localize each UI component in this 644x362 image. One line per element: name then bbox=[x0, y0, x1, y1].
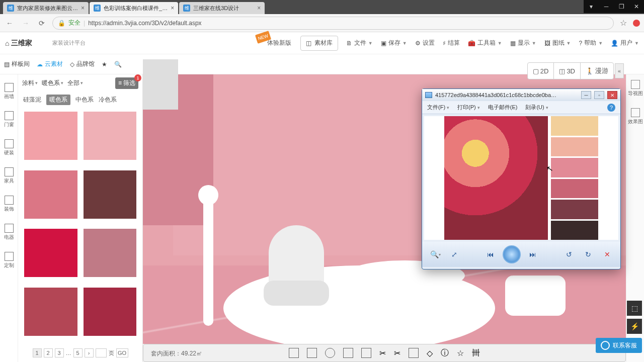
maximize-icon[interactable]: ❐ bbox=[614, 0, 629, 13]
pv-burn-menu[interactable]: 刻录(U)▾ bbox=[525, 104, 548, 111]
material-library-button[interactable]: ◫素材库 bbox=[300, 36, 338, 51]
tool-icon[interactable] bbox=[325, 348, 335, 358]
tool-icon[interactable] bbox=[307, 348, 317, 358]
url-input[interactable]: 🔒 安全 | https://admin.3vjia.com/3D/v2/def… bbox=[52, 17, 614, 30]
sift-button[interactable]: ≡筛选1 bbox=[115, 77, 138, 89]
browser-tab[interactable]: 维室内家居装修效果图云…× bbox=[3, 2, 89, 14]
minimize-tray-icon[interactable]: ▾ bbox=[584, 0, 599, 13]
color-swatch[interactable] bbox=[84, 288, 137, 336]
save-menu[interactable]: ▣保存▼ bbox=[381, 39, 407, 47]
contact-support-button[interactable]: 联系客服 bbox=[596, 338, 642, 353]
tool-icon[interactable] bbox=[343, 348, 353, 358]
browser-tab[interactable]: 维三维家在线3D设计× bbox=[179, 2, 265, 14]
page-button[interactable]: 3 bbox=[55, 348, 64, 357]
render-button[interactable]: 效果图 bbox=[626, 103, 644, 131]
close-icon[interactable]: × bbox=[171, 5, 174, 12]
nav-view-button[interactable]: 导视图 bbox=[626, 74, 644, 103]
tool-icon[interactable] bbox=[361, 348, 371, 358]
rail-door-window[interactable]: 门窗 bbox=[0, 106, 18, 134]
page-button[interactable]: 5 bbox=[73, 348, 83, 357]
close-window-icon[interactable]: ✕ bbox=[629, 0, 644, 13]
zoom-icon[interactable]: 🔍▾ bbox=[428, 247, 442, 261]
cut2-icon[interactable]: ✂ bbox=[394, 348, 400, 358]
ruler-icon[interactable]: 卌 bbox=[472, 348, 480, 358]
tool-icon[interactable] bbox=[289, 348, 299, 358]
browser-tab[interactable]: 维色彩训练案例白模课件_…× bbox=[90, 2, 178, 14]
user-menu[interactable]: 👤用户▼ bbox=[611, 39, 639, 47]
view-2d-button[interactable]: ▢2D bbox=[528, 63, 554, 79]
close-icon[interactable]: × bbox=[81, 5, 85, 12]
color-swatch[interactable] bbox=[24, 170, 77, 219]
view-cube-button[interactable]: ⬚ bbox=[627, 301, 642, 316]
eraser-icon[interactable]: ◇ bbox=[427, 348, 433, 358]
rotate-ccw-icon[interactable]: ↺ bbox=[562, 247, 576, 261]
minimize-icon[interactable]: ─ bbox=[599, 0, 614, 13]
pv-email-menu[interactable]: 电子邮件(E) bbox=[488, 104, 518, 111]
brand-hall-button[interactable]: ◇品牌馆 bbox=[70, 60, 95, 68]
rotate-cw-icon[interactable]: ↻ bbox=[581, 247, 595, 261]
pv-maximize-button[interactable]: ▫ bbox=[594, 91, 604, 99]
reload-icon[interactable]: ⟳ bbox=[36, 18, 47, 29]
color-swatch[interactable] bbox=[24, 288, 77, 336]
color-swatch[interactable] bbox=[84, 229, 137, 277]
color-filter[interactable]: 暖色系▾ bbox=[42, 79, 63, 87]
close-icon[interactable]: × bbox=[257, 5, 261, 12]
delete-icon[interactable]: ✕ bbox=[600, 247, 614, 261]
color-swatch[interactable] bbox=[24, 229, 77, 277]
tools-menu[interactable]: 🧰工具箱▼ bbox=[468, 39, 502, 47]
sample-room-button[interactable]: ▤样板间 bbox=[4, 60, 30, 68]
prev-icon[interactable]: ⏮ bbox=[484, 247, 498, 261]
file-menu[interactable]: 🗎文件▼ bbox=[346, 39, 373, 47]
rail-electronics[interactable]: 电器 bbox=[0, 218, 18, 246]
collapse-right-button[interactable]: « bbox=[615, 63, 624, 78]
help-menu[interactable]: ?帮助▼ bbox=[579, 39, 603, 47]
photo-viewer-window[interactable]: 415772ed9a4388441a3d061c1c68c1bbcde0ba… … bbox=[422, 88, 621, 269]
pv-file-menu[interactable]: 文件(F)▾ bbox=[427, 104, 449, 111]
pv-close-button[interactable]: ✕ bbox=[607, 91, 617, 99]
forward-icon[interactable]: → bbox=[20, 18, 31, 29]
page-button[interactable]: 1 bbox=[33, 348, 42, 357]
info-icon[interactable]: ⓘ bbox=[441, 348, 449, 358]
cat-mid[interactable]: 中色系 bbox=[75, 96, 94, 104]
cut-icon[interactable]: ✂ bbox=[379, 348, 386, 358]
page-next[interactable]: › bbox=[85, 348, 94, 357]
display-menu[interactable]: ▦显示▼ bbox=[510, 39, 536, 47]
view-roam-button[interactable]: 🚶漫游 bbox=[581, 63, 613, 79]
cloud-material-button[interactable]: ☁云素材 bbox=[37, 60, 63, 68]
extension-icon[interactable] bbox=[633, 20, 640, 27]
drawings-menu[interactable]: 🖼图纸▼ bbox=[544, 39, 571, 47]
next-icon[interactable]: ⏭ bbox=[526, 247, 540, 261]
pv-help-icon[interactable]: ? bbox=[607, 104, 615, 112]
cat-cold[interactable]: 冷色系 bbox=[99, 96, 117, 104]
color-swatch[interactable] bbox=[84, 112, 137, 160]
rail-hard-fit[interactable]: 硬装 bbox=[0, 134, 18, 162]
view-3d-button[interactable]: ◫3D bbox=[554, 63, 581, 79]
color-swatch[interactable] bbox=[24, 112, 77, 160]
pv-print-menu[interactable]: 打印(P)▾ bbox=[457, 104, 480, 111]
search-button[interactable]: 🔍 bbox=[114, 61, 122, 68]
flash-button[interactable]: ⚡ bbox=[627, 319, 642, 334]
calc-menu[interactable]: ♯结算 bbox=[443, 39, 460, 47]
favorite-button[interactable]: ★ bbox=[102, 61, 107, 68]
slideshow-button[interactable] bbox=[503, 245, 521, 263]
rail-draw-wall[interactable]: 画墙 bbox=[0, 77, 18, 106]
pv-minimize-button[interactable]: ─ bbox=[581, 91, 591, 99]
cat-warm[interactable]: 暖色系 bbox=[46, 95, 70, 105]
page-go-button[interactable]: GO bbox=[116, 348, 128, 357]
pv-titlebar[interactable]: 415772ed9a4388441a3d061c1c68c1bbcde0ba… … bbox=[422, 89, 620, 101]
tool-icon[interactable] bbox=[409, 348, 419, 358]
back-icon[interactable]: ← bbox=[4, 18, 15, 29]
star-tool-icon[interactable]: ☆ bbox=[457, 348, 464, 358]
all-filter[interactable]: 全部▾ bbox=[67, 79, 83, 87]
rail-decoration[interactable]: 装饰 bbox=[0, 190, 18, 218]
color-swatch[interactable] bbox=[84, 170, 137, 219]
page-button[interactable]: 2 bbox=[44, 348, 53, 357]
cat-guizaoni[interactable]: 硅藻泥 bbox=[23, 96, 41, 104]
try-new-button[interactable]: NEW体验新版 bbox=[262, 36, 296, 51]
bookmark-icon[interactable]: ☆ bbox=[619, 18, 628, 28]
paint-filter[interactable]: 涂料▾ bbox=[22, 79, 38, 87]
rail-furniture[interactable]: 家具 bbox=[0, 162, 18, 190]
brand-logo[interactable]: ⌂ 三维家 bbox=[5, 36, 50, 50]
rail-custom[interactable]: 定制 bbox=[0, 246, 18, 275]
settings-menu[interactable]: ⚙设置 bbox=[415, 39, 435, 47]
